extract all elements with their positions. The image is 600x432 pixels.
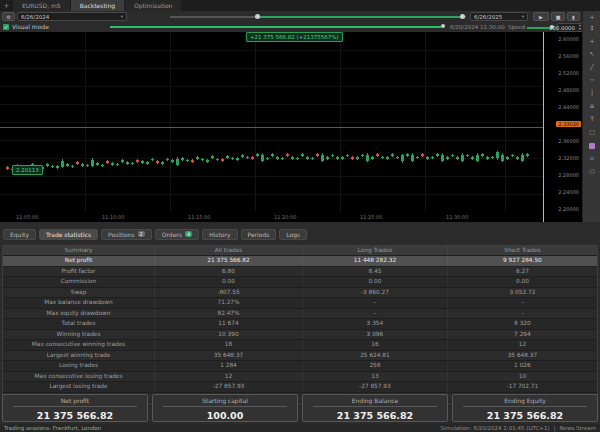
table-row[interactable]: Total trades11 6743 3548 320 xyxy=(3,319,597,330)
table-row[interactable]: Largest losing trade-27 857.93-27 857.93… xyxy=(3,382,597,393)
visual-mode-checkbox[interactable]: ✓ xyxy=(3,24,9,30)
row-label: Max consecutive winning trades xyxy=(3,340,155,350)
stop-icon: ■ xyxy=(556,14,561,20)
row-value: 18 xyxy=(155,340,303,350)
column-header[interactable]: Short Trades xyxy=(448,246,597,256)
table-row[interactable]: Largest winning trade35 648.3725 624.813… xyxy=(3,351,597,362)
date-range-selection xyxy=(258,16,462,18)
row-value: -807.55 xyxy=(155,288,303,298)
summary-starting-capital: Starting capital100.00 xyxy=(152,394,298,422)
table-row[interactable]: Commission0.000.000.00 xyxy=(3,277,597,288)
add-panel-icon[interactable]: + xyxy=(583,13,600,20)
add-tab-button[interactable]: + xyxy=(0,0,13,11)
table-row[interactable]: Max balance drawdown71.27%-- xyxy=(3,298,597,309)
tab-eurusd-m5[interactable]: EURUSD, m5 xyxy=(13,0,70,11)
status-news-link[interactable]: News Stream xyxy=(559,425,596,431)
stop-button[interactable]: ■ xyxy=(551,12,565,21)
summary-ending-equity: Ending Equity21 375 566.82 xyxy=(452,394,598,422)
row-label: Max balance drawdown xyxy=(3,298,155,308)
time-axis[interactable]: 11:05:0011:10:0011:15:0011:20:0011:25:00… xyxy=(0,212,543,222)
row-value: 16 xyxy=(303,340,448,350)
row-label: Max equity drawdown xyxy=(3,309,155,319)
end-date-dropdown[interactable]: 6/26/2025 ▾ xyxy=(470,12,528,21)
table-row[interactable]: Losing trades1 2842581 026 xyxy=(3,361,597,372)
table-row[interactable]: Swap-807.55-3 860.273 052.72 xyxy=(3,288,597,299)
color-swatch[interactable] xyxy=(589,143,595,149)
summary-box-value: 100.00 xyxy=(153,407,297,421)
shapes-icon[interactable]: □ xyxy=(583,128,600,135)
tab-backtesting[interactable]: Backtesting xyxy=(71,0,124,11)
time-label: 11:10:00 xyxy=(102,214,124,220)
settings-button[interactable]: ⚙ xyxy=(2,12,15,21)
tab-label: Trade statistics xyxy=(46,231,91,238)
tab-positions[interactable]: Positions2 xyxy=(101,229,152,240)
row-value: - xyxy=(303,309,448,319)
price-label: 2.36000 xyxy=(558,138,579,144)
trendline-icon[interactable]: ╱ xyxy=(583,63,600,70)
status-divider: | xyxy=(554,425,556,431)
tab-optimization[interactable]: Optimization xyxy=(125,0,181,11)
table-row[interactable]: Net profit21 375 566.8211 448 282.329 92… xyxy=(3,256,597,267)
fibonacci-icon[interactable]: ≡ xyxy=(583,102,600,109)
row-value: 3 052.72 xyxy=(448,288,597,298)
delete-drawings-icon[interactable]: ○ xyxy=(583,167,600,174)
cursor-icon[interactable]: ↖ xyxy=(583,50,600,57)
tab-history[interactable]: History xyxy=(202,229,237,240)
tab-label: Equity xyxy=(10,231,29,238)
row-value: - xyxy=(448,309,597,319)
tab-label: Periods xyxy=(248,231,270,238)
row-value: 71.27% xyxy=(155,298,303,308)
chart-area[interactable]: +21 375 566.82 (+21375567%) 2.20113 xyxy=(0,32,543,212)
table-row[interactable]: Max equity drawdown82.47%-- xyxy=(3,309,597,320)
table-row[interactable]: Profit factor6.808.456.27 xyxy=(3,267,597,278)
row-label: Profit factor xyxy=(3,267,155,277)
tab-logs[interactable]: Logs xyxy=(279,229,307,240)
time-label: 11:15:00 xyxy=(188,214,210,220)
vertical-line-icon[interactable]: │ xyxy=(583,89,600,96)
resize-panel-icon[interactable]: ↕ xyxy=(583,24,600,31)
top-tabs: EURUSD, m5BacktestingOptimization xyxy=(13,0,182,11)
row-value: 10 390 xyxy=(155,330,303,340)
current-price-line xyxy=(0,127,543,128)
column-header[interactable]: All trades xyxy=(155,246,303,256)
table-row[interactable]: Winning trades10 3903 0967 294 xyxy=(3,330,597,341)
tab-periods[interactable]: Periods xyxy=(241,229,277,240)
table-row[interactable]: Max consecutive winning trades181612 xyxy=(3,340,597,351)
price-label: 2.56000 xyxy=(558,53,579,59)
tab-count-badge: 4 xyxy=(185,231,192,237)
step-button[interactable]: ▮ xyxy=(567,12,580,21)
status-bar: Trading sessions: Frankfurt, London Simu… xyxy=(0,424,600,432)
tab-orders[interactable]: Orders4 xyxy=(155,229,199,240)
price-axis[interactable]: 2.600002.560002.520002.480002.440002.400… xyxy=(543,32,582,222)
stepper-down-icon[interactable]: ▼ xyxy=(579,28,581,32)
range-thumb-right[interactable] xyxy=(460,14,465,19)
play-icon: ▶ xyxy=(539,14,543,20)
start-date-dropdown[interactable]: 6/26/2024 ▾ xyxy=(17,12,127,21)
row-value: -17 702.71 xyxy=(448,382,597,392)
horizontal-line-icon[interactable]: ─ xyxy=(583,76,600,83)
row-value: 3 354 xyxy=(303,319,448,329)
magnet-icon[interactable]: ∪ xyxy=(583,154,600,161)
tab-equity[interactable]: Equity xyxy=(3,229,36,240)
price-label: 2.28000 xyxy=(558,172,579,178)
table-row[interactable]: Max consecutive losing trades121310 xyxy=(3,372,597,383)
text-tool-icon[interactable]: T xyxy=(583,115,600,122)
play-button[interactable]: ▶ xyxy=(533,12,549,21)
row-value: 7 294 xyxy=(448,330,597,340)
row-value: -27 857.93 xyxy=(155,382,303,392)
speed-value-stepper[interactable]: 100.0000 ▲ ▼ xyxy=(557,23,583,32)
range-thumb-left[interactable] xyxy=(255,14,260,19)
current-datetime: 6/20/2024 11:30:00 xyxy=(450,24,505,30)
speed-value: 100.0000 xyxy=(549,25,575,31)
summary-box-label: Net profit xyxy=(13,395,137,407)
progress-marker xyxy=(441,24,445,28)
row-label: Net profit xyxy=(3,256,155,266)
row-value: 6.27 xyxy=(448,267,597,277)
tab-trade-statistics[interactable]: Trade statistics xyxy=(39,229,98,240)
crosshair-icon[interactable]: + xyxy=(583,37,600,44)
column-header[interactable]: Long Trades xyxy=(303,246,448,256)
row-value: 21 375 566.82 xyxy=(155,256,303,266)
column-header[interactable]: Summary xyxy=(3,246,155,256)
entry-price-badge: 2.20113 xyxy=(12,165,43,175)
row-value: 11 448 282.32 xyxy=(303,256,448,266)
